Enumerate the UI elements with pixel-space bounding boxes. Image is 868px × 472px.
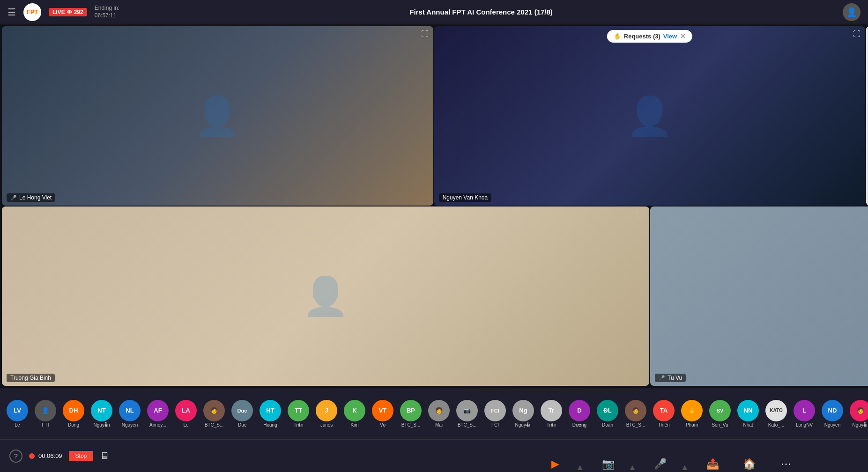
avatar-item-duc[interactable]: Duc Duc	[230, 400, 255, 428]
avatar-circle-sv: SV	[709, 400, 731, 421]
cam-chevron[interactable]: ▲	[628, 463, 637, 472]
avatar-item-vt[interactable]: VT Võ	[370, 400, 395, 428]
video-cell-nguyen-van-khoa: 👤 ✋ Requests (3) View ✕ Nguyen Van Khoa …	[434, 26, 866, 206]
avatar-item-nt[interactable]: NT Nguyễn	[89, 400, 114, 428]
bottom-toolbar: ? 00:06:09 Stop 🖥 ▶ Present On ▲	[0, 439, 868, 472]
video-label-4: Truong Gia Binh	[7, 374, 55, 382]
avatar-item-nl[interactable]: NL Nguyen	[117, 400, 142, 428]
avatar-circle-la: LA	[175, 400, 197, 421]
video-label-1: 🎤 Le Hong Viet	[7, 193, 55, 202]
avatar-item-sv[interactable]: SV Son_Vu	[707, 400, 733, 428]
video-cell-tu-vu: 👤 🎤 Tu Vu ⛶	[650, 206, 868, 386]
avatar-circle-nguyen2: 🧑	[850, 400, 868, 421]
avatar-item-btcs1[interactable]: 🧑 BTC_S...	[201, 400, 227, 428]
avatar-item-kato[interactable]: KATO Kato_...	[764, 400, 789, 428]
video-cell-quan-nguyen: FPT 🏢 Quan Nguyễn H... ⛶	[866, 26, 868, 206]
video-section: 👤 🎤 Le Hong Viet ⛶ 👤 ✋ Requests (3) View	[0, 24, 868, 472]
avatar-circle-dh: DH	[63, 400, 84, 421]
avatar-item-btcs2[interactable]: 📷 BTC_S...	[454, 400, 480, 428]
avatar-item-fci[interactable]: FCI FCI	[482, 400, 508, 428]
expand-icon-4[interactable]: ⛶	[637, 210, 645, 219]
menu-icon[interactable]: ☰	[7, 7, 16, 18]
video-row-1: 👤 🎤 Le Hong Viet ⛶ 👤 ✋ Requests (3) View	[2, 26, 868, 206]
avatar-circle-fci: FCI	[484, 400, 506, 421]
avatar-strip: LV Le 👤 FTI DH Dong NT Nguyễn NL Nguyen …	[0, 388, 868, 439]
avatar-circle-hand: 🤚	[681, 400, 703, 421]
expand-icon-1[interactable]: ⛶	[421, 30, 429, 38]
avatar-circle-nl: NL	[119, 400, 141, 421]
avatar-circle-l: L	[794, 400, 815, 421]
avatar-circle-ht: HT	[260, 400, 281, 421]
mic-off-icon: 🎤	[10, 195, 17, 201]
avatar-circle-duc: Duc	[231, 400, 253, 421]
avatar-item-dl[interactable]: ĐL Đoàn	[595, 400, 620, 428]
avatar-circle-btcs2: 📷	[456, 400, 478, 421]
avatar-item-la[interactable]: LA Le	[173, 400, 199, 428]
avatar-item-ng[interactable]: Ng Nguyễn	[511, 400, 536, 428]
requests-bar: ✋ Requests (3) View ✕	[607, 30, 692, 43]
more-button[interactable]: ⋯ More	[770, 456, 802, 472]
video-cell-truong-gia-binh: 👤 Truong Gia Binh ⛶	[2, 206, 649, 386]
requests-label: Requests (3)	[624, 33, 660, 40]
avatar-item-nguyen2[interactable]: 🧑 Nguyễn	[848, 400, 868, 428]
avatar-item-hand[interactable]: 🤚 Pham	[679, 400, 705, 428]
avatar-item-duong[interactable]: D Dương	[567, 400, 592, 428]
speaker-name-5: Tu Vu	[668, 375, 682, 381]
avatar-item-tr[interactable]: Tr Trần	[539, 400, 564, 428]
avatar-item-k[interactable]: K Kim	[342, 400, 367, 428]
avatar-circle-kato: KATO	[765, 400, 787, 421]
video-grid: 👤 🎤 Le Hong Viet ⛶ 👤 ✋ Requests (3) View	[0, 24, 868, 388]
mic-chevron[interactable]: ▲	[681, 463, 689, 472]
more-icon: ⋯	[781, 458, 791, 470]
video-label-2: Nguyen Van Khoa	[439, 193, 492, 202]
avatar-item-lv[interactable]: LV Le	[5, 400, 30, 428]
present-chevron[interactable]: ▲	[576, 463, 584, 472]
avatar-item-l[interactable]: L LongNV	[792, 400, 817, 428]
lobby-button[interactable]: 🏠 Lobby	[733, 456, 766, 472]
mic-off-icon-5: 🎤	[659, 375, 665, 381]
avatar-item-btcs3[interactable]: 🧑 BTC_S...	[623, 400, 648, 428]
avatar-circle-fti: 👤	[35, 400, 56, 421]
mic-off-button[interactable]: 🎤 Mic Off	[644, 456, 677, 472]
avatar-circle-nt: NT	[91, 400, 112, 421]
view-button[interactable]: View	[663, 33, 677, 40]
avatar-item-fti[interactable]: 👤 FTI	[33, 400, 58, 428]
share-button[interactable]: 📤 Share	[697, 456, 729, 472]
avatar-circle-duong: D	[569, 400, 590, 421]
avatar-circle-tr: Tr	[541, 400, 562, 421]
avatar-circle-btcs1: 🧑	[203, 400, 225, 421]
cam-off-icon: 📷	[602, 458, 615, 470]
video-cell-le-hong-viet: 👤 🎤 Le Hong Viet ⛶	[2, 26, 433, 206]
avatar-item-ta[interactable]: TA Thiên	[651, 400, 676, 428]
help-button[interactable]: ?	[9, 450, 22, 463]
stop-button[interactable]: Stop	[69, 451, 94, 461]
screen-share-icon[interactable]: 🖥	[100, 450, 109, 461]
avatar-item-af[interactable]: AF Annoy...	[145, 400, 171, 428]
avatar-item-mai[interactable]: 🧑 Mai	[426, 400, 452, 428]
toolbar-left: ? 00:06:09 Stop 🖥	[9, 450, 109, 463]
avatar-circle-j: J	[316, 400, 337, 421]
share-icon: 📤	[706, 458, 719, 470]
avatar-item-bp[interactable]: BP BTC_S...	[398, 400, 423, 428]
avatar-item-j[interactable]: J Junes	[314, 400, 339, 428]
avatar-item-dh[interactable]: DH Dong	[61, 400, 86, 428]
cam-off-button[interactable]: 📷 Cam Off	[592, 456, 624, 472]
avatar-item-tt[interactable]: TT Trần	[286, 400, 311, 428]
expand-icon-2[interactable]: ⛶	[853, 30, 861, 38]
user-avatar[interactable]: 👤	[843, 3, 861, 21]
fpt-logo: FPT	[23, 3, 41, 21]
avatar-circle-bp: BP	[400, 400, 422, 421]
avatar-item-nd[interactable]: ND Nguyen	[820, 400, 845, 428]
present-icon: ▶	[551, 458, 559, 470]
close-requests-button[interactable]: ✕	[680, 32, 686, 41]
ending-info: Ending in: 06:57:11	[95, 5, 119, 19]
speaker-name-2: Nguyen Van Khoa	[443, 194, 488, 201]
avatar-circle-af: AF	[147, 400, 169, 421]
video-label-5: 🎤 Tu Vu	[655, 374, 686, 382]
avatar-item-ht[interactable]: HT Hoang	[258, 400, 283, 428]
mic-off-icon-toolbar: 🎤	[654, 458, 667, 470]
video-row-2: 👤 Truong Gia Binh ⛶ 👤 🎤 Tu Vu ⛶	[2, 206, 868, 386]
toolbar-center: ▶ Present On ▲ 📷 Cam Off ▲ 🎤 Mic Off	[539, 456, 802, 472]
present-on-button[interactable]: ▶ Present On	[539, 456, 572, 472]
avatar-item-nn[interactable]: NN Nhat	[735, 400, 761, 428]
